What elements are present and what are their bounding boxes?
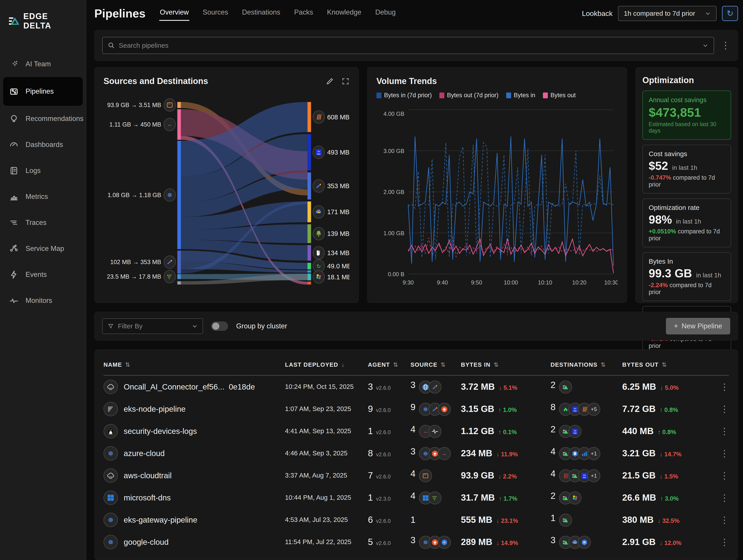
row-kebab-menu-icon[interactable]: ⋮ bbox=[715, 404, 729, 414]
sankey-destination-node[interactable] bbox=[307, 201, 311, 222]
sidebar-item-service-map[interactable]: Service Map bbox=[0, 236, 86, 262]
sankey-destination-node[interactable] bbox=[307, 270, 311, 273]
tab-debug[interactable]: Debug bbox=[375, 6, 396, 21]
sankey-source-node[interactable] bbox=[177, 141, 181, 249]
pipeline-type-icon bbox=[103, 424, 118, 438]
row-kebab-menu-icon[interactable]: ⋮ bbox=[715, 493, 729, 503]
legend-item[interactable]: Bytes out bbox=[543, 92, 576, 99]
sort-icon[interactable]: ⇅ bbox=[601, 361, 606, 368]
bytes-out-cell: 2.91 GB↓ 12.0% bbox=[622, 537, 715, 547]
column-header-destinations[interactable]: DESTINATIONS⇅ bbox=[551, 361, 622, 368]
logo[interactable]: EDGE DELTA bbox=[0, 12, 86, 31]
destinations-cell: 41001+1 bbox=[551, 447, 622, 460]
svg-text:☸: ☸ bbox=[423, 451, 428, 457]
sankey-source-node[interactable] bbox=[177, 109, 181, 140]
table-row[interactable]: eks-node-pipeline1:07 AM, Sep 23, 20259v… bbox=[103, 398, 729, 420]
table-row[interactable]: ☸azure-cloud4:46 AM, Sep 3, 20258v2.6.03… bbox=[103, 442, 729, 464]
sort-icon[interactable]: ⇅ bbox=[393, 361, 398, 368]
column-header-name[interactable]: NAME⇅ bbox=[103, 361, 285, 368]
sidebar-item-events[interactable]: Events bbox=[0, 262, 86, 288]
sparkle-icon bbox=[9, 59, 19, 69]
tab-destinations[interactable]: Destinations bbox=[242, 6, 281, 21]
sidebar-item-logs[interactable]: Logs bbox=[0, 158, 86, 184]
table-row[interactable]: ☸google-cloud11:54 PM, Jul 22, 20255v2.6… bbox=[103, 531, 729, 553]
topbar: Pipelines OverviewSourcesDestinationsPac… bbox=[94, 0, 738, 27]
svg-text:01: 01 bbox=[574, 454, 576, 455]
table-row[interactable]: aws-cloudtrail3:37 AM, Aug 7, 20257v2.6.… bbox=[103, 464, 729, 486]
search-chevron-down-icon[interactable] bbox=[702, 43, 708, 48]
table-row[interactable]: security-devices-logs4:41 AM, Sep 13, 20… bbox=[103, 420, 729, 442]
pipeline-name: microsoft-dns bbox=[124, 493, 171, 502]
sankey-source-node[interactable] bbox=[177, 102, 181, 108]
legend-item[interactable]: Bytes in bbox=[506, 92, 535, 99]
table-row[interactable]: microsoft-dns10:44 PM, Aug 1, 20251v2.3.… bbox=[103, 486, 729, 509]
volume-trends-chart[interactable]: 4.00 GB3.00 GB2.00 GB1.00 GB0.00 B9:309:… bbox=[377, 101, 618, 294]
sort-icon[interactable]: ⇅ bbox=[440, 361, 446, 368]
tab-overview[interactable]: Overview bbox=[159, 6, 189, 21]
row-kebab-menu-icon[interactable]: ⋮ bbox=[715, 470, 729, 481]
table-row[interactable]: Oncall_AI_Connector_ef56... 0e18de10:24 … bbox=[103, 376, 729, 398]
sankey-diagram[interactable]: 93.9 GB → 3.51 MB1.11 GB → 450 MB↔1.08 G… bbox=[103, 88, 350, 294]
tab-sources[interactable]: Sources bbox=[202, 6, 229, 21]
search-kebab-menu-icon[interactable]: ⋮ bbox=[721, 41, 730, 50]
sidebar-item-label: Monitors bbox=[26, 296, 52, 305]
sort-icon[interactable]: ⇅ bbox=[125, 361, 130, 368]
new-pipeline-button[interactable]: + New Pipeline bbox=[666, 318, 730, 334]
sidebar-item-dashboards[interactable]: Dashboards bbox=[0, 132, 86, 158]
lookback-select[interactable]: 1h compared to 7d prior bbox=[618, 6, 716, 21]
sankey-source-node[interactable] bbox=[177, 281, 181, 285]
svg-text:su: su bbox=[574, 407, 576, 410]
pipeline-name: eks-node-pipeline bbox=[124, 405, 185, 414]
column-header-agent[interactable]: AGENT⇅ bbox=[368, 361, 410, 368]
column-header-bytes-in[interactable]: BYTES IN⇅ bbox=[461, 361, 551, 368]
column-header-last-deployed[interactable]: LAST DEPLOYED↓ bbox=[285, 361, 368, 368]
sankey-destination-node[interactable] bbox=[307, 134, 311, 171]
column-header-source[interactable]: SOURCE⇅ bbox=[410, 361, 461, 368]
edit-pencil-icon[interactable] bbox=[326, 77, 334, 85]
sidebar-item-metrics[interactable]: Metrics bbox=[0, 184, 86, 209]
map-icon bbox=[9, 244, 19, 253]
tab-packs[interactable]: Packs bbox=[294, 6, 313, 21]
svg-text:su: su bbox=[583, 473, 586, 476]
sidebar-item-recommendations[interactable]: Recommendations bbox=[0, 106, 86, 132]
row-kebab-menu-icon[interactable]: ⋮ bbox=[715, 382, 729, 392]
table-row[interactable]: ☸eks-gateway-pipeline4:53 AM, Jul 23, 20… bbox=[103, 509, 729, 531]
sankey-destination-node[interactable] bbox=[307, 274, 311, 280]
row-kebab-menu-icon[interactable]: ⋮ bbox=[715, 537, 729, 547]
legend-item[interactable]: Bytes in (7d prior) bbox=[377, 92, 432, 99]
last-deployed: 4:46 AM, Sep 3, 2025 bbox=[285, 450, 368, 457]
search-input-wrap[interactable] bbox=[102, 37, 714, 54]
legend-item[interactable]: Bytes out (7d prior) bbox=[439, 92, 498, 99]
group-by-cluster-toggle[interactable] bbox=[211, 321, 228, 331]
filter-by-select[interactable]: Filter By bbox=[102, 318, 203, 334]
sankey-destination-node[interactable] bbox=[307, 245, 311, 261]
sort-icon[interactable]: ⇅ bbox=[662, 361, 667, 368]
pipeline-name: security-devices-logs bbox=[124, 427, 197, 436]
sankey-destination-node[interactable] bbox=[307, 224, 311, 243]
sankey-destination-node[interactable] bbox=[307, 173, 311, 199]
sidebar-item-traces[interactable]: Traces bbox=[0, 209, 86, 236]
search-input[interactable] bbox=[119, 42, 698, 49]
pipeline-name: aws-cloudtrail bbox=[124, 471, 172, 480]
sidebar-item-monitors[interactable]: Monitors bbox=[0, 288, 86, 314]
sankey-source-node[interactable] bbox=[177, 274, 181, 279]
sort-icon[interactable]: ⇅ bbox=[494, 361, 499, 368]
sidebar-item-pipelines[interactable]: Pipelines bbox=[3, 77, 83, 106]
tab-knowledge[interactable]: Knowledge bbox=[326, 6, 362, 21]
sort-icon[interactable]: ↓ bbox=[342, 361, 345, 368]
sidebar-item-ai-team[interactable]: AI Team bbox=[0, 51, 86, 77]
row-kebab-menu-icon[interactable]: ⋮ bbox=[715, 448, 729, 459]
sankey-source-node[interactable] bbox=[177, 251, 181, 274]
column-header-bytes-out[interactable]: BYTES OUT⇅ bbox=[622, 361, 715, 368]
expand-icon[interactable] bbox=[342, 77, 350, 85]
sankey-destination-node[interactable] bbox=[307, 102, 311, 132]
row-kebab-menu-icon[interactable]: ⋮ bbox=[715, 426, 729, 436]
filter-placeholder: Filter By bbox=[118, 322, 188, 330]
splunk-icon bbox=[428, 381, 441, 393]
refresh-button[interactable]: ↻ bbox=[722, 6, 738, 21]
sankey-destination-node[interactable] bbox=[307, 263, 311, 269]
sankey-destination-node[interactable] bbox=[307, 282, 311, 284]
pipeline-icon bbox=[9, 87, 19, 96]
x-tick-label: 10:10 bbox=[538, 279, 552, 286]
row-kebab-menu-icon[interactable]: ⋮ bbox=[715, 515, 729, 525]
